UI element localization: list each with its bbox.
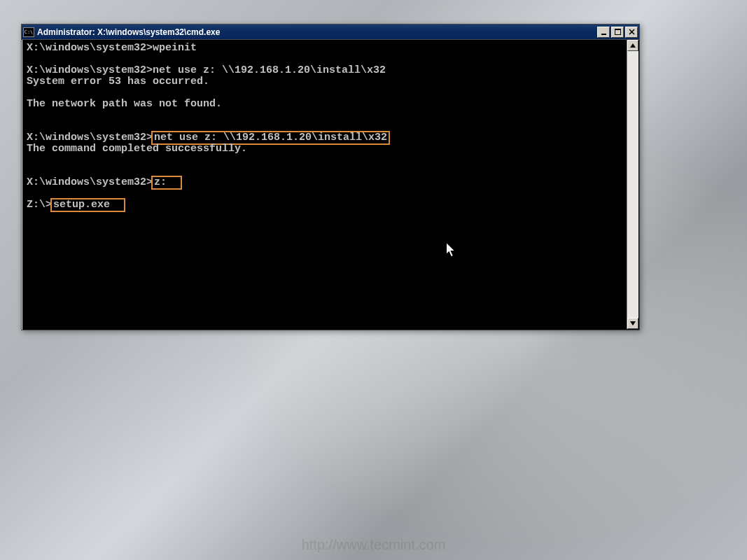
command-text: wpeinit [153,42,197,54]
prompt-text: X:\windows\system32> [27,42,153,54]
maximize-button[interactable] [611,27,624,38]
terminal-line [27,54,622,65]
terminal-line [27,155,622,166]
command-text: net use z: \\192.168.1.20\install\x32 [153,64,386,76]
vertical-scrollbar[interactable] [627,40,638,329]
watermark-text: http://www.tecmint.com [302,537,446,553]
titlebar[interactable]: C:\ Administrator: X:\windows\system32\c… [22,24,639,40]
prompt-text: Z:\> [27,199,52,211]
scroll-up-button[interactable] [627,40,638,51]
terminal-line: X:\windows\system32>net use z: \\192.168… [27,65,622,76]
terminal-line [27,110,622,121]
scroll-track[interactable] [627,51,638,318]
terminal-line [27,166,622,177]
scroll-down-button[interactable] [627,318,638,329]
terminal-line: The network path was not found. [27,99,622,110]
svg-rect-0 [601,34,606,35]
terminal-line: X:\windows\system32>wpeinit [27,43,622,54]
cmd-window: C:\ Administrator: X:\windows\system32\c… [21,24,640,330]
svg-rect-2 [615,29,621,30]
prompt-text: X:\windows\system32> [27,176,153,188]
terminal-line: X:\windows\system32>z: [27,177,622,188]
minimize-button[interactable] [597,27,610,38]
terminal-line: X:\windows\system32>net use z: \\192.168… [27,132,622,144]
terminal-output[interactable]: X:\windows\system32>wpeinit X:\windows\s… [22,40,627,329]
prompt-text: X:\windows\system32> [27,132,153,144]
terminal-line: System error 53 has occurred. [27,76,622,88]
close-button[interactable] [625,27,638,38]
cmd-icon: C:\ [23,27,34,37]
prompt-text: X:\windows\system32> [27,64,153,76]
command-text: z: [151,176,182,190]
window-title: Administrator: X:\windows\system32\cmd.e… [37,27,596,37]
command-text: setup.exe [50,198,125,212]
terminal-line: The command completed successfully. [27,144,622,155]
terminal-line [27,88,622,99]
terminal-line: Z:\>setup.exe [27,200,622,211]
window-controls [596,27,638,38]
